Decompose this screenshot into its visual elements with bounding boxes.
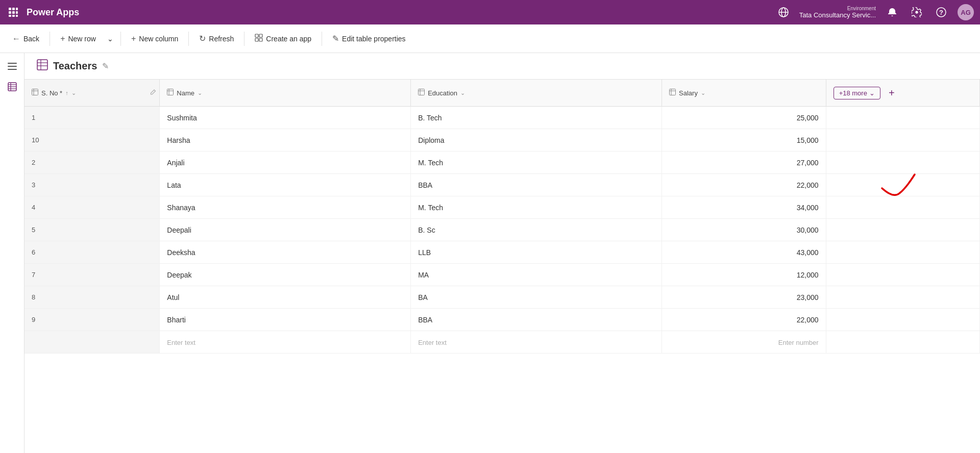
more-cell [826,241,979,264]
name-cell[interactable]: Atul [160,286,411,309]
education-cell[interactable]: LLB [411,241,662,264]
table-row: 7DeepakMA12,000 [24,264,980,286]
education-cell[interactable]: MA [411,264,662,286]
app-grid-icon[interactable] [6,5,20,19]
new-column-button[interactable]: + New column [125,30,184,48]
refresh-button[interactable]: ↻ Refresh [193,30,240,48]
sno-col-chevron: ⌄ [71,90,76,96]
name-col-chevron: ⌄ [198,90,202,96]
table-row: 3LataBBA22,000 [24,174,980,196]
name-cell[interactable]: Lata [160,174,411,196]
education-cell[interactable]: BBA [411,309,662,331]
table-row: 5DeepaliB. Sc30,000 [24,219,980,241]
settings-icon[interactable] [909,4,925,20]
new-row: Enter text Enter text Enter number [24,331,980,354]
row-num-cell: 10 [24,129,160,152]
education-cell[interactable]: M. Tech [411,152,662,174]
sno-column-header[interactable]: S. No * ↑ ⌄ [24,80,160,107]
salary-col-chevron: ⌄ [701,90,705,96]
row-num-cell: 2 [24,152,160,174]
svg-rect-1 [12,8,15,10]
svg-rect-8 [16,15,18,17]
environment-icon [776,5,791,20]
new-column-icon: + [131,34,136,43]
name-cell[interactable]: Sushmita [160,107,411,129]
salary-cell[interactable]: 22,000 [662,309,826,331]
salary-cell[interactable]: 27,000 [662,152,826,174]
salary-cell[interactable]: 22,000 [662,174,826,196]
salary-cell[interactable]: 15,000 [662,129,826,152]
sno-sort-icons: ↑ [65,90,68,96]
svg-rect-18 [255,38,258,41]
new-row-label: New row [68,35,95,43]
svg-rect-19 [259,38,262,41]
title-edit-icon[interactable]: ✎ [102,61,109,71]
svg-rect-32 [32,89,38,95]
help-icon[interactable]: ? [933,4,949,20]
name-cell[interactable]: Deepali [160,219,411,241]
education-cell[interactable]: B. Sc [411,219,662,241]
sno-col-edit-icon[interactable] [150,89,156,97]
name-col-label: Name [177,89,194,97]
name-cell[interactable]: Deeksha [160,241,411,264]
salary-cell[interactable]: 25,000 [662,107,826,129]
salary-cell[interactable]: 23,000 [662,286,826,309]
notifications-icon[interactable] [884,4,900,20]
top-navigation: Power Apps Environment Tata Consultancy … [0,0,980,24]
more-cell [826,129,979,152]
salary-cell[interactable]: 12,000 [662,264,826,286]
sidebar-data-icon[interactable] [3,78,21,96]
new-column-label: New column [139,35,178,43]
create-app-label: Create an app [266,35,311,43]
add-column-button[interactable]: + [884,85,900,101]
svg-rect-0 [9,8,11,10]
name-column-header[interactable]: Name ⌄ [160,80,411,107]
education-cell[interactable]: BA [411,286,662,309]
data-table: S. No * ↑ ⌄ [24,80,980,354]
salary-cell[interactable]: 30,000 [662,219,826,241]
more-columns-header[interactable]: +18 more ⌄ + [826,80,979,107]
left-sidebar [0,53,24,453]
education-cell[interactable]: M. Tech [411,196,662,219]
svg-rect-6 [9,15,11,17]
education-cell[interactable]: BBA [411,174,662,196]
new-name-cell[interactable]: Enter text [160,331,411,354]
name-cell[interactable]: Shanaya [160,196,411,219]
education-cell[interactable]: Diploma [411,129,662,152]
name-cell[interactable]: Anjali [160,152,411,174]
education-column-header[interactable]: Education ⌄ [411,80,662,107]
education-cell[interactable]: B. Tech [411,107,662,129]
education-col-icon [418,89,425,97]
salary-column-header[interactable]: Salary ⌄ [662,80,826,107]
svg-text:?: ? [939,9,943,16]
back-button[interactable]: ← Back [6,30,45,48]
sidebar-menu-icon[interactable] [3,57,21,76]
name-cell[interactable]: Bharti [160,309,411,331]
svg-rect-17 [259,34,262,37]
new-row-icon: + [60,34,65,43]
back-icon: ← [12,34,20,43]
table-header-row: S. No * ↑ ⌄ [24,80,980,107]
new-education-cell[interactable]: Enter text [411,331,662,354]
data-table-wrapper: S. No * ↑ ⌄ [24,80,980,449]
new-row-num-cell [24,331,160,354]
table-header-icon [37,59,48,73]
toolbar-divider-3 [188,32,189,46]
user-avatar[interactable]: AG [958,4,974,20]
new-row-button[interactable]: + New row [54,30,102,48]
more-chevron-icon: ⌄ [869,89,875,97]
new-salary-cell[interactable]: Enter number [662,331,826,354]
more-cell [826,309,979,331]
name-cell[interactable]: Deepak [160,264,411,286]
name-placeholder: Enter text [167,339,195,346]
table-body: 1SushmitaB. Tech25,00010HarshaDiploma15,… [24,107,980,354]
svg-rect-35 [167,89,174,95]
salary-cell[interactable]: 43,000 [662,241,826,264]
create-app-button[interactable]: Create an app [249,30,317,48]
edit-table-button[interactable]: ✎ Edit table properties [326,30,412,48]
more-cell [826,264,979,286]
salary-cell[interactable]: 34,000 [662,196,826,219]
name-cell[interactable]: Harsha [160,129,411,152]
more-columns-button[interactable]: +18 more ⌄ [834,87,880,99]
new-row-dropdown[interactable]: ⌄ [104,30,116,48]
